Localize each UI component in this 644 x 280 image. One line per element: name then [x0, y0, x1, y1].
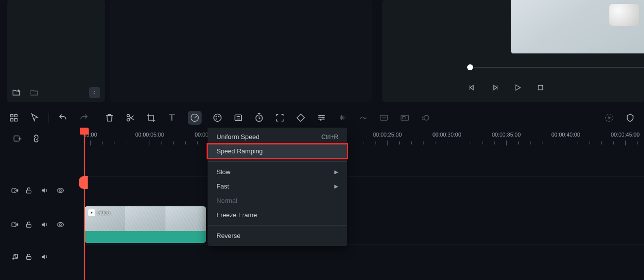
cursor-icon[interactable] [30, 113, 40, 123]
stop-icon[interactable] [536, 83, 545, 92]
subtitle-icon[interactable] [379, 113, 389, 123]
audio-ducking-icon[interactable] [358, 113, 368, 123]
mute-icon[interactable] [41, 221, 49, 229]
text-icon[interactable] [167, 113, 177, 123]
ruler-label: 00:00:05:00 [135, 132, 164, 138]
adjust-icon[interactable] [317, 113, 326, 123]
prev-frame-icon[interactable] [468, 83, 477, 92]
media-panel [7, 0, 105, 102]
menu-speed-ramping[interactable]: Speed Ramping [208, 144, 347, 158]
menu-reverse[interactable]: Reverse [208, 229, 347, 243]
redo-icon[interactable] [79, 113, 89, 123]
toolbar-divider [49, 113, 49, 123]
audio-mixer-icon[interactable] [337, 113, 347, 123]
track-number: 1 [14, 254, 17, 260]
fit-icon[interactable] [275, 113, 285, 123]
playhead[interactable] [84, 128, 85, 280]
menu-label: Speed Ramping [216, 147, 263, 155]
center-panel [110, 0, 372, 102]
visibility-icon[interactable] [56, 187, 64, 194]
chevron-right-icon: ▶ [334, 169, 338, 175]
chevron-left-icon [92, 90, 98, 95]
lock-icon[interactable] [25, 253, 33, 261]
cut-icon[interactable] [125, 113, 135, 123]
mute-icon[interactable] [41, 187, 49, 194]
undo-icon[interactable] [58, 113, 68, 123]
color-icon[interactable] [213, 113, 222, 123]
menu-fast[interactable]: Fast ▶ [208, 179, 347, 193]
video-clip[interactable]: video [84, 206, 206, 243]
lock-icon[interactable] [25, 187, 33, 194]
timeline-ruler[interactable]: 00:00 00:00:05:0000:00:10:0000:00:15:000… [83, 130, 644, 147]
audio-track-1: 1 [7, 244, 644, 269]
add-frame-icon[interactable] [13, 134, 22, 143]
visibility-icon[interactable] [56, 221, 64, 229]
ruler-label: 00:00:40:00 [551, 132, 580, 138]
chevron-right-icon: ▶ [334, 184, 338, 189]
menu-separator [208, 225, 347, 226]
timer-icon[interactable] [254, 113, 264, 123]
menu-uniform-speed[interactable]: Uniform Speed Ctrl+R [208, 130, 347, 144]
ruler-label: 00:00:35:00 [492, 132, 521, 138]
play-icon[interactable] [513, 83, 522, 92]
menu-normal: Normal [208, 193, 347, 208]
menu-label: Uniform Speed [216, 133, 260, 140]
folder-plus-icon[interactable] [12, 88, 21, 97]
ruler-label: 00:00:45:00 [611, 132, 640, 138]
menu-label: Normal [216, 197, 237, 204]
folder-icon[interactable] [30, 88, 39, 97]
menu-label: Reverse [216, 232, 240, 239]
mask-icon[interactable] [233, 113, 243, 123]
keyframe-icon[interactable] [296, 113, 306, 123]
scrubber-handle[interactable] [467, 64, 473, 70]
menu-slow[interactable]: Slow ▶ [208, 165, 347, 179]
clip-label-text: video [97, 210, 110, 216]
menu-shortcut: Ctrl+R [322, 134, 338, 140]
track-number: 1 [14, 222, 17, 228]
delete-icon[interactable] [105, 113, 114, 123]
menu-label: Slow [216, 168, 230, 176]
menu-separator [208, 161, 347, 162]
timeline-toolbar [0, 106, 644, 130]
next-frame-icon[interactable] [490, 83, 499, 92]
ruler-label: 00:00:30:00 [432, 132, 461, 138]
marker-icon[interactable] [625, 113, 635, 123]
motion-icon[interactable] [421, 113, 430, 123]
track-number: 2 [14, 188, 17, 193]
panel-back-button[interactable] [89, 87, 100, 98]
crop-icon[interactable] [146, 113, 156, 123]
aspect-icon[interactable] [400, 113, 410, 123]
render-icon[interactable] [604, 113, 614, 123]
mute-icon[interactable] [41, 253, 49, 261]
speed-icon[interactable] [188, 111, 202, 125]
menu-label: Freeze Frame [216, 211, 257, 219]
preview-scrubber[interactable] [468, 65, 644, 69]
speed-context-menu: Uniform Speed Ctrl+R Speed Ramping Slow … [208, 128, 347, 246]
ruler-label: 00:00:25:00 [373, 132, 402, 138]
menu-freeze-frame[interactable]: Freeze Frame [208, 208, 347, 222]
menu-label: Fast [216, 183, 229, 190]
lock-icon[interactable] [25, 221, 33, 229]
apps-icon[interactable] [9, 113, 19, 123]
preview-thumbnail[interactable] [511, 0, 644, 53]
play-badge-icon [88, 209, 95, 216]
link-icon[interactable] [30, 132, 42, 144]
